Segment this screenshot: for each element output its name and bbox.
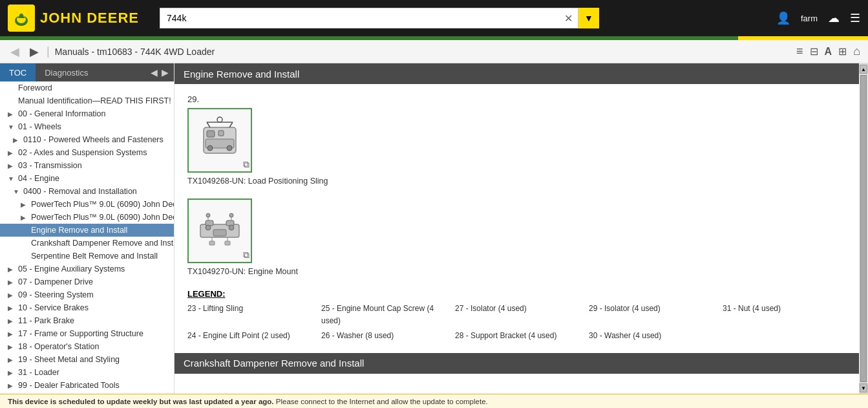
tree-item-crankshaft[interactable]: Crankshaft Dampener Remove and Inst (0, 237, 174, 250)
right-scrollbar[interactable]: ▲ ▼ (859, 63, 868, 394)
tree-label: 17 - Frame or Supporting Structure (18, 329, 143, 338)
search-dropdown-button[interactable]: ▼ (578, 8, 599, 28)
svg-point-17 (206, 225, 211, 230)
expand-icon: ▶ (8, 266, 16, 273)
svg-rect-5 (207, 131, 215, 137)
top-header: JOHN DEERE ✕ ▼ 👤 farm ☁ ☰ (0, 0, 868, 36)
tab-diagnostics[interactable]: Diagnostics (36, 63, 97, 81)
content-scroll[interactable]: 29. (175, 84, 859, 394)
figure-29-image: ⧉ (187, 108, 252, 173)
svg-point-18 (229, 225, 234, 230)
scroll-down-button[interactable]: ▼ (860, 383, 867, 392)
tab-toc[interactable]: TOC (0, 63, 36, 81)
tree-item-wheels[interactable]: ▼ 01 - Wheels (0, 120, 174, 133)
scroll-up-button[interactable]: ▲ (860, 65, 867, 74)
expand-icon: ▼ (8, 175, 16, 182)
tree-item-powertech-1[interactable]: ▶ PowerTech Plus™ 9.0L (6090) John Dee (0, 198, 174, 211)
tree-label: PowerTech Plus™ 9.0L (6090) John Dee (31, 213, 174, 222)
back-button[interactable]: ◀ (8, 43, 22, 60)
svg-rect-15 (206, 220, 213, 226)
breadcrumb: Manuals - tm10683 - 744K 4WD Loader (55, 47, 215, 57)
list-view-button[interactable]: ≡ (796, 45, 803, 58)
expand-icon: ▶ (8, 292, 16, 299)
hamburger-menu-button[interactable]: ☰ (850, 11, 860, 25)
figure-29-caption: TX1049268-UN: Load Positioning Sling (187, 177, 846, 186)
tree-item-dealer-tools[interactable]: ▶ 99 - Dealer Fabricated Tools (0, 379, 174, 392)
bottom-section-title: Crankshaft Dampener Remove and Install (184, 358, 364, 369)
tree-item-service-brakes[interactable]: ▶ 10 - Service Brakes (0, 301, 174, 314)
search-clear-button[interactable]: ✕ (563, 12, 574, 25)
tree-item-axles[interactable]: ▶ 02 - Axles and Suspension Systems (0, 146, 174, 159)
legend-item-empty (723, 330, 846, 342)
tree-item-powered-wheels[interactable]: ▶ 0110 - Powered Wheels and Fasteners (0, 133, 174, 146)
tree-item-engine-remove[interactable]: Engine Remove and Install (0, 224, 174, 237)
scroll-thumb (860, 75, 867, 382)
expand-icon: ▶ (8, 111, 16, 118)
svg-rect-16 (226, 220, 234, 226)
figure-29-copy-button[interactable]: ⧉ (243, 159, 249, 170)
figure-30-copy-button[interactable]: ⧉ (243, 250, 249, 261)
tree-label: 09 - Steering System (18, 290, 94, 299)
legend-item-30: 30 - Washer (4 used) (589, 330, 712, 342)
bottom-section-bar: Crankshaft Dampener Remove and Install (175, 353, 859, 374)
user-icon[interactable]: 👤 (776, 11, 790, 25)
cloud-icon-button[interactable]: ☁ (828, 11, 840, 25)
tree-item-frame[interactable]: ▶ 17 - Frame or Supporting Structure (0, 327, 174, 340)
home-button[interactable]: ⌂ (853, 45, 860, 58)
expand-icon: ▶ (8, 343, 16, 350)
figure-30-caption: TX1049270-UN: Engine Mount (187, 267, 846, 276)
svg-point-13 (217, 117, 222, 122)
expand-icon: ▶ (8, 279, 16, 286)
tree-item-steering[interactable]: ▶ 09 - Steering System (0, 288, 174, 301)
legend-item-25: 25 - Engine Mount Cap Screw (4 used) (321, 303, 445, 327)
tree-item-0400[interactable]: ▼ 0400 - Removal and Installation (0, 185, 174, 198)
legend-item-24: 24 - Engine Lift Point (2 used) (187, 330, 311, 342)
search-input[interactable] (164, 13, 563, 23)
figure-29-number: 29. (187, 94, 846, 104)
forward-button[interactable]: ▶ (27, 43, 41, 60)
tree-item-engine[interactable]: ▼ 04 - Engine (0, 172, 174, 185)
tree-item-sheet-metal[interactable]: ▶ 19 - Sheet Metal and Styling (0, 353, 174, 366)
tree-label: 01 - Wheels (18, 122, 61, 131)
tree-label: 99 - Dealer Fabricated Tools (18, 381, 120, 390)
legend-item-27: 27 - Isolator (4 used) (455, 303, 578, 327)
tree-item-park-brake[interactable]: ▶ 11 - Park Brake (0, 314, 174, 327)
tree-label: 11 - Park Brake (18, 316, 74, 325)
nav-bar: ◀ ▶ | Manuals - tm10683 - 744K 4WD Loade… (0, 40, 868, 63)
tree-label: 04 - Engine (18, 174, 59, 183)
tree-item-loader[interactable]: ▶ 31 - Loader (0, 366, 174, 379)
legend-section: LEGEND: 23 - Lifting Sling 25 - Engine M… (187, 289, 846, 343)
legend-item-26: 26 - Washer (8 used) (321, 330, 445, 342)
tree-item-foreword[interactable]: Foreword (0, 81, 174, 94)
sidebar-collapse-left[interactable]: ◀ (149, 67, 159, 78)
tree-item-operators[interactable]: ▶ 18 - Operator's Station (0, 340, 174, 353)
tree-item-engine-aux[interactable]: ▶ 05 - Engine Auxiliary Systems (0, 263, 174, 275)
sidebar-collapse-right[interactable]: ▶ (160, 67, 170, 78)
user-label: farm (801, 14, 818, 23)
svg-point-22 (206, 213, 210, 217)
jd-logo (8, 5, 35, 32)
tree-item-manual-id[interactable]: Manual Identification—READ THIS FIRST! (0, 94, 174, 107)
svg-point-9 (227, 145, 232, 151)
brand-name: JOHN DEERE (40, 10, 139, 27)
tree-label: 05 - Engine Auxiliary Systems (18, 264, 125, 274)
main-area: TOC Diagnostics ◀ ▶ Foreword Manual Iden… (0, 63, 868, 394)
tree-item-transmission[interactable]: ▶ 03 - Transmission (0, 159, 174, 172)
tree-label: Engine Remove and Install (31, 226, 127, 235)
outline-view-button[interactable]: ⊟ (810, 45, 818, 58)
nav-bar-right: ≡ ⊟ A ⊞ ⌂ (796, 45, 860, 58)
expand-icon: ▶ (8, 356, 16, 363)
expand-icon: ▼ (13, 188, 21, 195)
dual-page-button[interactable]: ⊞ (838, 45, 847, 58)
sidebar-toggle: ◀ ▶ (145, 63, 174, 81)
tree-item-dampener[interactable]: ▶ 07 - Dampener Drive (0, 275, 174, 288)
svg-rect-27 (225, 241, 230, 245)
tree-item-powertech-2[interactable]: ▶ PowerTech Plus™ 9.0L (6090) John Dee (0, 211, 174, 224)
tree-item-general[interactable]: ▶ 00 - General Information (0, 107, 174, 120)
header-right: 👤 farm ☁ ☰ (776, 11, 860, 25)
tree-item-serpentine[interactable]: Serpentine Belt Remove and Install (0, 250, 174, 263)
text-size-button[interactable]: A (825, 46, 832, 58)
svg-point-3 (19, 14, 23, 17)
tree-label: 19 - Sheet Metal and Styling (18, 355, 120, 364)
sidebar-tabs: TOC Diagnostics ◀ ▶ (0, 63, 174, 81)
